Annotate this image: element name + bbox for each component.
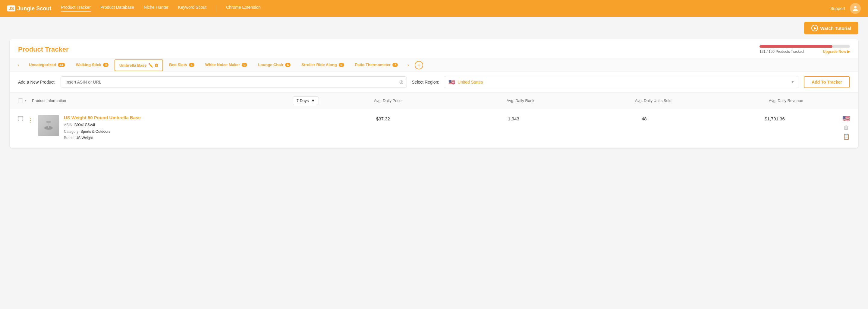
days-select-label: 7 Days <box>297 99 309 103</box>
page-title: Product Tracker <box>18 46 69 53</box>
tab-bed-slats-badge: 6 <box>189 63 194 67</box>
tabs-row: ‹ Uncategorized 44 Walking Stick 9 Umbre… <box>10 59 858 72</box>
asin-input-wrapper: ⊕ <box>61 76 407 88</box>
col-avg-revenue: Avg. Daily Revenue <box>722 99 850 103</box>
nav-product-tracker[interactable]: Product Tracker <box>61 5 91 12</box>
svg-point-2 <box>46 121 51 123</box>
col-avg-units: Avg. Daily Units Sold <box>589 99 717 103</box>
main-card: Product Tracker 121 / 150 Products Track… <box>10 39 858 148</box>
region-text: United States <box>458 80 483 84</box>
tab-bed-slats[interactable]: Bed Slats 6 <box>164 59 199 72</box>
tab-lounge-chair[interactable]: Lounge Chair 6 <box>253 59 296 72</box>
play-icon: ▶ <box>811 25 818 31</box>
nav-keyword-scout[interactable]: Keyword Scout <box>178 5 207 12</box>
trash-icon[interactable]: 🗑 <box>154 63 158 67</box>
add-product-label: Add a New Product: <box>18 80 56 84</box>
tab-walking-stick-badge: 9 <box>103 63 108 67</box>
tab-add-button[interactable]: + <box>415 61 423 69</box>
tab-bed-slats-label: Bed Slats <box>169 62 187 67</box>
tab-patio-thermometer-badge: 7 <box>393 63 398 67</box>
table-header: ▼ Product Information 7 Days ▼ Avg. Dail… <box>10 93 858 109</box>
product-avg-rank: 1,943 <box>451 115 577 121</box>
tab-umbrella-base-icons: ✏️ 🗑 <box>148 63 158 67</box>
tab-stroller-ride-along-label: Stroller Ride Along <box>301 62 337 67</box>
days-select[interactable]: 7 Days ▼ <box>293 96 319 105</box>
nav-chrome-extension[interactable]: Chrome Extension <box>226 5 261 12</box>
product-name[interactable]: US Weight 50 Pound Umbrella Base <box>64 115 315 120</box>
subheader: ▶ Watch Tutorial <box>0 17 868 39</box>
product-thumbnail-image <box>38 115 59 136</box>
upgrade-now-link[interactable]: Upgrade Now ▶ <box>823 50 850 54</box>
tab-white-noice-maker-label: White Noice Maker <box>205 62 240 67</box>
tab-next-arrow[interactable]: › <box>404 61 412 69</box>
table-row: ⋮ US Weight 50 Pound Umbrella Base ASIN:… <box>10 109 858 148</box>
product-flag[interactable]: 🇺🇸 <box>842 115 850 122</box>
edit-icon[interactable]: ✏️ <box>148 63 153 67</box>
product-notes-icon[interactable]: 📋 <box>843 133 849 140</box>
tab-prev-arrow[interactable]: ‹ <box>14 61 23 69</box>
product-checkbox[interactable] <box>18 116 23 121</box>
user-avatar[interactable] <box>850 3 861 14</box>
tab-walking-stick[interactable]: Walking Stick 9 <box>71 59 113 72</box>
card-header: Product Tracker 121 / 150 Products Track… <box>10 39 858 59</box>
product-asin: B0041G6V4I <box>74 123 95 127</box>
product-delete-icon[interactable]: 🗑 <box>844 124 849 131</box>
product-info: US Weight 50 Pound Umbrella Base ASIN: B… <box>64 115 315 142</box>
tab-lounge-chair-label: Lounge Chair <box>258 62 283 67</box>
tab-stroller-ride-along[interactable]: Stroller Ride Along 6 <box>297 59 349 72</box>
product-avg-units: 48 <box>581 115 707 121</box>
region-label: Select Region: <box>412 80 439 84</box>
tab-white-noice-maker[interactable]: White Noice Maker 9 <box>200 59 252 72</box>
tab-uncategorized[interactable]: Uncategorized 44 <box>24 59 70 72</box>
asin-input[interactable] <box>61 77 396 87</box>
region-flag: 🇺🇸 <box>448 79 455 85</box>
tab-stroller-ride-along-badge: 6 <box>339 63 344 67</box>
product-avg-revenue: $1,791.36 <box>712 115 838 121</box>
logo: JS Jungle Scout <box>7 5 51 12</box>
user-icon <box>852 5 858 11</box>
logo-js-badge: JS <box>7 5 16 11</box>
col-product-info: Product Information <box>32 99 288 103</box>
product-brand: US Weight <box>76 136 93 140</box>
support-link[interactable]: Support <box>830 6 845 11</box>
navbar: JS Jungle Scout Product Tracker Product … <box>0 0 868 17</box>
nav-links: Product Tracker Product Database Niche H… <box>61 5 821 12</box>
days-select-arrow-icon: ▼ <box>311 99 315 103</box>
add-to-tracker-button[interactable]: Add To Tracker <box>804 76 850 88</box>
progress-section: 121 / 150 Products Tracked Upgrade Now ▶ <box>760 45 850 54</box>
nav-product-database[interactable]: Product Database <box>100 5 134 12</box>
header-checkbox-dropdown-icon[interactable]: ▼ <box>24 99 27 102</box>
product-avg-price: $37.32 <box>320 115 446 121</box>
col-avg-rank: Avg. Daily Rank <box>457 99 584 103</box>
product-options-dots[interactable]: ⋮ <box>28 117 33 123</box>
nav-niche-hunter[interactable]: Niche Hunter <box>144 5 168 12</box>
tab-umbrella-base-label: Umbrella Base <box>119 63 147 67</box>
tab-uncategorized-badge: 44 <box>58 63 65 67</box>
header-checkbox[interactable] <box>18 99 23 103</box>
product-meta: ASIN: B0041G6V4I Category: Sports & Outd… <box>64 122 315 142</box>
product-actions: 🇺🇸 🗑 📋 <box>842 115 850 140</box>
tab-lounge-chair-badge: 6 <box>285 63 290 67</box>
progress-bar-wrapper <box>760 45 850 48</box>
product-image-placeholder <box>42 119 55 132</box>
logo-name: Jungle Scout <box>17 5 51 12</box>
tab-umbrella-base[interactable]: Umbrella Base ✏️ 🗑 <box>115 59 163 71</box>
tab-walking-stick-label: Walking Stick <box>76 62 101 67</box>
tab-white-noice-maker-badge: 9 <box>242 63 247 67</box>
add-product-row: Add a New Product: ⊕ Select Region: 🇺🇸 U… <box>10 72 858 93</box>
tab-patio-thermometer[interactable]: Patio Thermometer 7 <box>350 59 403 72</box>
progress-bar-fill <box>760 45 832 48</box>
region-select[interactable]: 🇺🇸 United States ▼ <box>444 76 799 88</box>
nav-right: Support <box>830 3 861 14</box>
play-triangle: ▶ <box>814 26 816 30</box>
product-thumbnail <box>38 115 59 136</box>
header-checkbox-wrap: ▼ <box>18 99 27 103</box>
product-category: Sports & Outdoors <box>81 130 110 134</box>
progress-info: 121 / 150 Products Tracked Upgrade Now ▶ <box>760 50 850 54</box>
watch-tutorial-label: Watch Tutorial <box>820 26 851 31</box>
region-dropdown-arrow-icon: ▼ <box>791 80 795 84</box>
asin-plus-button[interactable]: ⊕ <box>396 77 407 87</box>
progress-label: 121 / 150 Products Tracked <box>760 50 804 54</box>
tab-patio-thermometer-label: Patio Thermometer <box>355 62 391 67</box>
watch-tutorial-button[interactable]: ▶ Watch Tutorial <box>804 22 859 34</box>
